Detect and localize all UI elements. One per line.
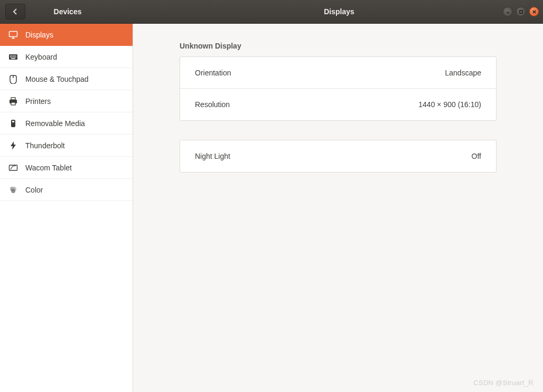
sidebar-item-removable-media[interactable]: Removable Media [0,112,133,135]
maximize-button[interactable] [516,7,526,16]
back-button[interactable] [5,4,25,20]
keyboard-icon [8,52,18,62]
orientation-label: Orientation [195,69,231,77]
mouse-icon [8,74,18,84]
removable-media-icon [8,119,18,128]
night-light-panel: Night Light Off [180,140,497,173]
night-light-value: Off [472,152,481,160]
maximize-icon [519,9,523,14]
sidebar-item-label: Mouse & Touchpad [25,75,89,83]
minimize-button[interactable] [503,7,512,16]
wacom-tablet-icon [8,163,18,173]
body-wrap: Displays Keyboard Mouse & Touchpad Print… [0,24,543,392]
sidebar-item-label: Color [25,186,43,194]
svg-rect-13 [11,58,15,59]
night-light-label: Night Light [195,152,230,160]
svg-rect-12 [15,56,16,58]
sidebar-item-label: Keyboard [25,53,57,61]
minimize-icon [505,9,510,14]
svg-rect-18 [12,121,14,122]
orientation-value: Landscape [445,69,481,77]
resolution-label: Resolution [195,100,230,109]
thunderbolt-icon [8,141,18,150]
svg-rect-1 [10,32,17,37]
page-title: Displays [135,7,543,16]
sidebar-item-displays[interactable]: Displays [0,24,133,46]
sidebar-item-label: Wacom Tablet [25,164,72,172]
sidebar-item-wacom-tablet[interactable]: Wacom Tablet [0,157,133,179]
svg-rect-6 [14,55,15,56]
color-icon [8,185,18,195]
main-content: Unknown Display Orientation Landscape Re… [133,24,543,392]
resolution-value: 1440 × 900 (16:10) [418,100,481,109]
svg-rect-9 [12,56,13,58]
sidebar: Displays Keyboard Mouse & Touchpad Print… [0,24,133,392]
sidebar-item-label: Removable Media [25,119,85,128]
svg-rect-3 [10,55,11,56]
printers-icon [8,97,18,106]
display-section-heading: Unknown Display [180,42,497,50]
svg-rect-8 [10,56,11,58]
svg-rect-15 [11,98,15,100]
svg-rect-7 [15,55,16,56]
sidebar-item-label: Printers [25,97,51,106]
orientation-row[interactable]: Orientation Landscape [180,57,496,89]
window-controls [503,7,539,16]
sidebar-item-keyboard[interactable]: Keyboard [0,46,133,68]
svg-rect-0 [519,10,522,13]
svg-point-22 [11,189,15,193]
svg-rect-5 [13,55,14,56]
chevron-left-icon [13,8,18,15]
svg-rect-16 [11,102,15,105]
display-settings-panel: Orientation Landscape Resolution 1440 × … [180,56,497,121]
night-light-row[interactable]: Night Light Off [180,140,496,172]
titlebar: Devices Displays [0,0,543,24]
displays-icon [8,30,18,40]
sidebar-item-label: Displays [25,31,53,39]
svg-rect-4 [12,55,13,56]
sidebar-item-color[interactable]: Color [0,179,133,201]
sidebar-item-label: Thunderbolt [25,141,65,150]
svg-rect-11 [14,56,15,58]
sidebar-item-mouse-touchpad[interactable]: Mouse & Touchpad [0,68,133,90]
resolution-row[interactable]: Resolution 1440 × 900 (16:10) [180,89,496,120]
sidebar-item-thunderbolt[interactable]: Thunderbolt [0,135,133,157]
close-button[interactable] [529,7,539,16]
sidebar-item-printers[interactable]: Printers [0,90,133,112]
svg-rect-10 [13,56,14,58]
close-icon [532,9,537,14]
